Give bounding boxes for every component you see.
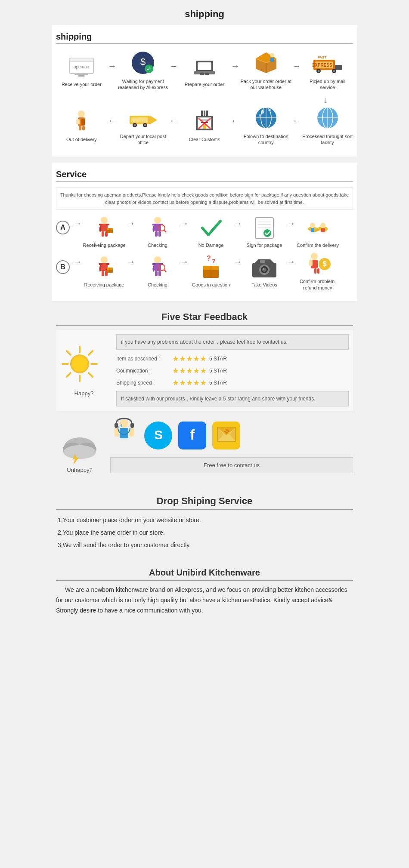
shipping-row1: apeman Receive your order → $ ✓ [56,50,353,91]
svg-line-130 [89,351,93,355]
svg-point-139 [120,419,128,428]
dropship-title: Drop Shiping Service [56,496,353,510]
a5-icon [305,215,331,240]
customs-label: Clear Customs [189,136,220,142]
arrow2: → [170,61,178,80]
feedback-right: if you have any problems about the order… [116,334,349,406]
svg-point-19 [270,53,274,57]
flow-item-receive: apeman Receive your order [56,53,107,87]
svg-rect-77 [155,231,158,237]
b5-label: Confirm problem, refund money [296,278,339,291]
b4-icon [251,255,277,280]
a1-label: Receiveing package [83,242,125,248]
rating-shipping-text: 5 STAR [209,380,227,386]
facebook-icon: f [178,422,206,449]
svg-point-116 [263,268,264,270]
svg-rect-32 [76,119,80,124]
svg-rect-103 [155,271,158,276]
service-item-b3: ? ? Goods in question [189,255,232,288]
rating-described-stars: ★★★★★ [172,354,207,363]
dropship-section: Drop Shiping Service 1,Your customer pla… [52,491,357,559]
shipping-header: shipping [56,32,353,44]
pickup-label: Picjed up by mail service [302,78,353,91]
flow-item-depart: Depart your local post office [118,105,169,146]
service-item-a2: Checking [136,215,179,248]
svg-rect-143 [115,423,118,428]
pickup-icon: FAST EXPRESS [312,50,343,76]
svg-text:@: @ [224,428,229,434]
about-section: About Unibird Kitchenware We are a newbo… [52,563,357,620]
arrow-left3: ← [231,116,239,134]
service-item-a1: Receiveing package [83,215,126,248]
skype-icon: S [144,422,172,449]
flow-item-destination: Folown to destination country [240,105,291,146]
service-note: Thanks for choosing apeman products.Plea… [56,188,353,209]
svg-rect-12 [200,73,204,75]
rating-described-label: Item as described : [116,356,172,362]
svg-point-90 [101,256,108,263]
arrow1: → [108,61,117,80]
dropship-item-3: 3,We will send the order to your custome… [58,541,351,550]
rating-shipping-label: Shipping speed : [116,380,172,386]
svg-point-58 [268,109,271,111]
svg-point-85 [263,229,271,237]
svg-point-64 [101,217,108,224]
receive-label: Receive your order [62,81,102,87]
svg-rect-78 [158,231,161,237]
contact-note: if you have any problems about the order… [116,334,349,350]
svg-point-146 [118,426,120,428]
svg-text:EXPRESS: EXPRESS [313,63,332,68]
sun-icon [58,345,101,390]
svg-marker-38 [150,116,157,124]
arrow4: → [292,61,301,80]
svg-text:f: f [190,426,195,443]
flow-item-prepare: Prepare your order [179,53,230,87]
svg-line-80 [164,230,166,232]
service-item-b4: Take Videos [243,255,286,288]
svg-line-129 [89,373,93,377]
svg-rect-68 [102,231,104,237]
flow-item-payment: $ ✓ Waiting for payment realeased by Ali… [118,50,169,91]
svg-point-29 [333,70,335,72]
customs-icon [189,108,220,134]
svg-point-40 [134,124,136,126]
rating-communication-text: 5 STAR [209,368,227,374]
svg-rect-25 [335,65,342,70]
free-contact-box: Free free to contact us [110,457,353,473]
svg-rect-87 [311,228,314,232]
b1-icon [91,255,117,280]
svg-point-115 [262,268,266,272]
sort-label: Processed throught sort facility [302,133,353,146]
svg-text:apeman: apeman [74,65,89,69]
row-b-arrow0: → [73,257,82,275]
row-a-arrow1: → [127,219,135,237]
service-item-b5: $ Confirm problem, refund money [296,252,339,291]
rating-described: Item as described : ★★★★★ 5 STAR [116,354,349,363]
payment-label: Waiting for payment realeased by Aliexpr… [118,78,169,91]
svg-point-86 [310,223,315,228]
b3-icon: ? ? [198,255,224,280]
a4-icon [251,215,277,240]
svg-rect-104 [158,271,161,276]
svg-text:?: ? [212,258,216,265]
receive-icon: apeman [66,53,97,79]
page: shipping shipping apeman Receive your or… [43,0,366,628]
b4-label: Take Videos [251,282,277,288]
svg-point-42 [144,124,146,126]
row-a-arrow0: → [73,219,82,237]
row-a-arrow2: → [180,219,189,237]
svg-rect-93 [106,263,109,265]
svg-rect-119 [309,260,313,266]
svg-point-30 [78,111,85,117]
svg-point-88 [320,223,325,228]
svg-line-106 [164,270,166,272]
svg-rect-50 [203,125,206,129]
satisfied-msg: If satisfied with our products，kindly le… [116,391,349,406]
row-b-label: B [56,260,70,274]
svg-text:$: $ [140,56,146,67]
destination-icon [251,105,282,131]
svg-rect-3 [74,74,88,75]
svg-rect-4 [78,75,85,77]
flow-item-pickup: FAST EXPRESS Picjed up by mail service [302,50,353,91]
svg-rect-43 [201,111,203,116]
